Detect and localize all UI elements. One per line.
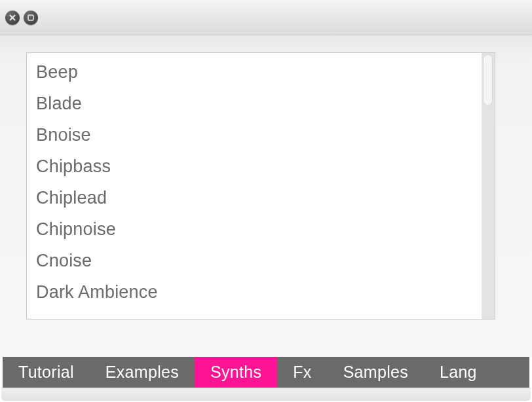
maximize-button[interactable] xyxy=(24,10,38,25)
bottom-strip xyxy=(1,388,531,401)
scrollbar-track[interactable] xyxy=(482,53,495,319)
maximize-icon xyxy=(27,14,35,22)
tabbar-wrap: Tutorial Examples Synths Fx Samples Lang xyxy=(0,357,532,402)
tab-examples[interactable]: Examples xyxy=(90,357,195,388)
list-item[interactable]: Chiplead xyxy=(36,183,482,214)
tab-fx[interactable]: Fx xyxy=(277,357,327,388)
svg-rect-2 xyxy=(28,15,33,20)
close-button[interactable] xyxy=(5,10,20,25)
tab-samples[interactable]: Samples xyxy=(328,357,424,388)
tab-lang[interactable]: Lang xyxy=(424,357,493,388)
list-item[interactable]: Chipbass xyxy=(36,151,482,183)
tab-tutorial[interactable]: Tutorial xyxy=(3,357,90,388)
list-item[interactable]: Bnoise xyxy=(36,120,482,151)
titlebar xyxy=(0,0,532,35)
list-item[interactable]: Beep xyxy=(36,57,482,88)
synth-list-panel: Beep Blade Bnoise Chipbass Chiplead Chip… xyxy=(26,52,495,320)
window: Beep Blade Bnoise Chipbass Chiplead Chip… xyxy=(0,0,532,402)
list-item[interactable]: Dark Ambience xyxy=(36,277,482,308)
list-item[interactable]: Chipnoise xyxy=(36,214,482,246)
tab-synths[interactable]: Synths xyxy=(195,357,277,388)
scrollbar-thumb[interactable] xyxy=(483,54,493,105)
content-area: Beep Blade Bnoise Chipbass Chiplead Chip… xyxy=(0,35,532,357)
synth-list[interactable]: Beep Blade Bnoise Chipbass Chiplead Chip… xyxy=(27,53,482,319)
close-icon xyxy=(9,14,16,21)
tabbar: Tutorial Examples Synths Fx Samples Lang xyxy=(3,357,529,388)
list-item[interactable]: Blade xyxy=(36,88,482,120)
list-item[interactable]: Cnoise xyxy=(36,246,482,277)
